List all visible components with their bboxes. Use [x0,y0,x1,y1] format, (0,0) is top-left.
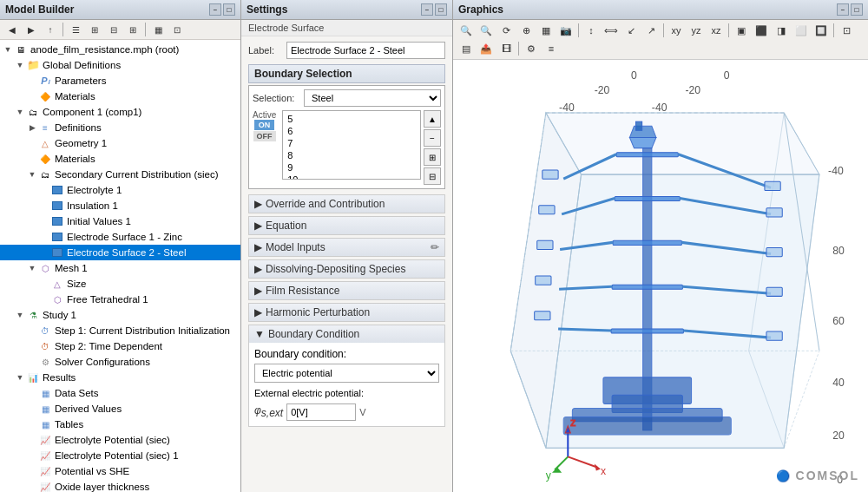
graphics-panel-controls: − □ [837,3,863,16]
tree-item-datasets[interactable]: ▦ Data Sets [0,385,240,401]
tree-item-elec1[interactable]: Electrolyte 1 [0,182,240,198]
screenshot-button[interactable]: 📷 [556,22,575,39]
view-xy-button[interactable]: xy [667,22,686,39]
list-item-5[interactable]: 5 [285,113,418,125]
toolbar-separator-2 [145,23,146,36]
boundary-selection-toggle[interactable]: Boundary Selection [248,64,445,83]
collapse-button[interactable]: ⊟ [105,22,122,37]
visibility-button[interactable]: ▤ [457,40,476,57]
expand-button[interactable]: ⊞ [86,22,103,37]
back-button[interactable]: ◀ [3,22,21,37]
tree-item-mesh1[interactable]: ▼ ⬡ Mesh 1 [0,260,240,276]
select-all-button[interactable]: ⊡ [837,22,856,39]
eq-title: Equation [266,220,306,232]
tree-item-params[interactable]: Pᵢ Parameters [0,73,240,89]
rotate-button[interactable]: ↙ [621,22,641,39]
zoom-in-button[interactable]: 🔍 [457,22,476,39]
tree-item-study1[interactable]: ▼ ⚗ Study 1 [0,307,240,323]
tree-item-elecPot[interactable]: 📈 Electrolyte Potential (siec) [0,432,240,448]
forward-button[interactable]: ▶ [23,22,40,37]
tree-item-comp1[interactable]: ▼ 🗂 Component 1 (comp1) [0,104,240,120]
list-item-10[interactable]: 10 [285,174,418,180]
oc-title: Override and Contribution [266,198,385,210]
settings-toggle[interactable]: ⊞ [124,22,141,37]
zoom-out-button[interactable]: 🔍 [477,22,496,39]
list-item-6[interactable]: 6 [285,125,418,137]
boundary-number-list[interactable]: 5 6 7 8 9 10 11 12 [282,110,421,180]
detach-button[interactable]: □ [223,3,235,16]
remove-button[interactable]: − [424,129,441,147]
render-shaded-button[interactable]: 🔲 [812,22,831,39]
view-yz-button[interactable]: yz [687,22,706,39]
tree-item-potSHE[interactable]: 📈 Potential vs SHE [0,463,240,479]
view-xz-button[interactable]: xz [707,22,726,39]
tree-item-derivedVals[interactable]: ▦ Derived Values [0,401,240,417]
graphics-viewport[interactable]: 0 0 -20 -20 -40 -40 -40 80 60 40 20 0 [453,60,868,492]
tree-item-results[interactable]: ▼ 📊 Results [0,370,240,385]
paste-button[interactable]: ⊟ [424,167,441,185]
tree-item-oxideLayer[interactable]: 📈 Oxide layer thickness [0,479,240,492]
animation-button[interactable]: 🎞 [496,40,516,57]
zoom-selection-button[interactable]: ⊕ [516,22,536,39]
label-input[interactable] [286,42,445,59]
tree-item-elecPot1[interactable]: 📈 Electrolyte Potential (siec) 1 [0,448,240,463]
tree-item-es2steel[interactable]: Electrode Surface 2 - Steel [0,245,240,260]
tree-item-materials-comp[interactable]: 🔶 Materials [0,151,240,167]
settings-pin-button[interactable]: − [421,3,433,16]
tree-item-step1[interactable]: ⏱ Step 1: Current Distribution Initializ… [0,323,240,338]
film-resistance-header[interactable]: ▶ Film Resistance [249,282,444,299]
view-persp-button[interactable]: ↗ [641,22,661,39]
scroll-up-button[interactable]: ▲ [424,110,441,128]
nodes-button[interactable]: ⊡ [168,22,186,37]
tree-item-es1zinc[interactable]: Electrode Surface 1 - Zinc [0,229,240,245]
svg-rect-46 [537,240,553,249]
tree-item-root[interactable]: ▼ 🖥 anode_film_resistance.mph (root) [0,42,240,57]
tree-item-insul1[interactable]: Insulation 1 [0,198,240,213]
dissolving-header[interactable]: ▶ Dissolving-Depositing Species [249,260,444,278]
off-button[interactable]: OFF [253,131,276,141]
list-item-9[interactable]: 9 [285,161,418,174]
render-toggle-button[interactable]: ⬜ [792,22,811,39]
tree-item-tetrahedral1[interactable]: ⬡ Free Tetrahedral 1 [0,292,240,307]
axis-lock-button[interactable]: ↕ [582,22,601,39]
tree-item-geom1[interactable]: △ Geometry 1 [0,135,240,151]
tree-item-globalDef[interactable]: ▼ 📁 Global Definitions [0,57,240,73]
tree-item-solverConf[interactable]: ⚙ Solver Configurations [0,354,240,370]
equation-header[interactable]: ▶ Equation [249,217,444,234]
more-button[interactable]: ≡ [542,40,561,57]
override-contribution-header[interactable]: ▶ Override and Contribution [249,195,444,213]
harmonic-header[interactable]: ▶ Harmonic Perturbation [249,304,444,321]
tree-item-tables[interactable]: ▦ Tables [0,417,240,432]
zoom-box-button[interactable]: ▦ [536,22,556,39]
boundary-condition-header[interactable]: ▼ Boundary Condition [249,325,444,343]
on-button[interactable]: ON [254,120,275,130]
tree-item-siec[interactable]: ▼ 🗂 Secondary Current Distribution (siec… [0,167,240,182]
pan-button[interactable]: ⟺ [602,22,621,39]
list-item-7[interactable]: 7 [285,137,418,149]
render-surface2-button[interactable]: ◨ [772,22,791,39]
copy-button[interactable]: ⊞ [424,148,441,166]
tree-item-size[interactable]: △ Size [0,276,240,292]
up-button[interactable]: ↑ [42,22,59,37]
show-list-button[interactable]: ☰ [67,22,84,37]
bc-type-dropdown[interactable]: Electric potential Current density Insul… [254,364,439,383]
render-surface-button[interactable]: ▣ [732,22,751,39]
tree-item-materials-global[interactable]: 🔶 Materials [0,89,240,104]
selection-dropdown[interactable]: Steel Zinc All boundaries [304,89,441,107]
tree-item-step2[interactable]: ⏱ Step 2: Time Dependent [0,338,240,354]
view-toggle[interactable]: ▦ [149,22,167,37]
settings-gear-button[interactable]: ⚙ [522,40,541,57]
tree-item-init1[interactable]: Initial Values 1 [0,213,240,229]
svg-text:0: 0 [724,69,730,82]
phi-input[interactable] [286,403,356,421]
list-item-8[interactable]: 8 [285,149,418,161]
settings-detach-button[interactable]: □ [435,3,447,16]
model-inputs-header[interactable]: ▶ Model Inputs ✏ [249,239,444,256]
tree-item-defs[interactable]: ▶ ≡ Definitions [0,120,240,135]
zoom-fit-button[interactable]: ⟳ [496,22,516,39]
render-wire-button[interactable]: ⬛ [752,22,771,39]
pin-button[interactable]: − [209,3,221,16]
export-image-button[interactable]: 📤 [477,40,496,57]
graphics-pin-button[interactable]: − [837,3,849,16]
graphics-detach-button[interactable]: □ [851,3,863,16]
